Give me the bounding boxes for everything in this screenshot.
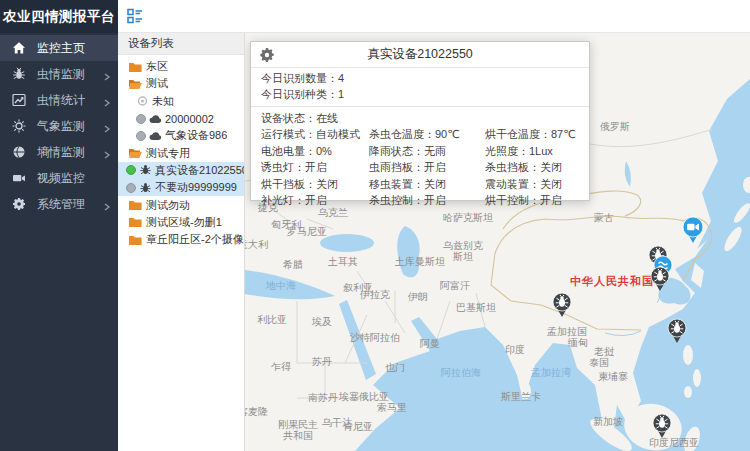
sidebar-item-label: 视频监控 bbox=[37, 170, 111, 187]
popup-field: 补光灯：开启 bbox=[261, 192, 369, 209]
sidebar-menu: 监控主页虫情监测虫情统计气象监测墒情监测视频监控系统管理 bbox=[0, 33, 118, 451]
tree-folder[interactable]: 章丘阳丘区-2个摄像头 bbox=[118, 231, 244, 248]
home-icon bbox=[12, 41, 27, 56]
sidebar-item-video[interactable]: 视频监控 bbox=[0, 165, 118, 191]
sidebar-item-label: 系统管理 bbox=[37, 196, 103, 213]
sidebar-item-home[interactable]: 监控主页 bbox=[0, 35, 118, 61]
tree-device[interactable]: 真实设备21022550 bbox=[118, 162, 244, 179]
popup-field: 烘干仓温度：87℃ bbox=[485, 126, 579, 143]
tree-folder[interactable]: 东区 bbox=[118, 58, 244, 75]
tree-label: 章丘阳丘区-2个摄像头 bbox=[146, 232, 244, 247]
popup-summary-line: 今日识别种类：1 bbox=[261, 87, 579, 103]
tree-label: 不要动99999999 bbox=[155, 180, 237, 195]
sidebar-item-label: 墒情监测 bbox=[37, 144, 103, 161]
tree-label: 测试区域-勿删1 bbox=[146, 215, 222, 230]
tree-folder[interactable]: 测试区域-勿删1 bbox=[118, 214, 244, 231]
tree-device[interactable]: 未知 bbox=[118, 93, 244, 110]
weather-device-icon bbox=[149, 130, 162, 142]
sidebar-item-insect-stats[interactable]: 虫情统计 bbox=[0, 87, 118, 113]
map-marker-insect[interactable] bbox=[549, 287, 575, 321]
folder-icon bbox=[128, 234, 142, 246]
popup-summary-line: 今日识别数量：4 bbox=[261, 71, 579, 87]
popup-field: 移虫装置：关闭 bbox=[369, 176, 485, 193]
tree-folder[interactable]: 测试 bbox=[118, 75, 244, 92]
popup-field: 杀虫控制：开启 bbox=[369, 192, 485, 209]
insect-icon bbox=[12, 67, 27, 82]
sidebar-item-label: 气象监测 bbox=[37, 118, 103, 135]
tree-folder[interactable]: 测试专用 bbox=[118, 144, 244, 161]
device-panel: 设备列表 东区测试未知20000002气象设备986测试专用真实设备210225… bbox=[118, 33, 245, 451]
map-marker-insect[interactable] bbox=[647, 261, 673, 295]
tree-label: 测试专用 bbox=[146, 146, 190, 161]
popup-summary: 今日识别数量：4 今日识别种类：1 bbox=[251, 68, 589, 107]
popup-field: 虫雨挡板：开启 bbox=[369, 159, 485, 176]
tree-device[interactable]: 气象设备986 bbox=[118, 127, 244, 144]
tree-device[interactable]: 不要动99999999 bbox=[118, 179, 244, 196]
sidebar-item-label: 监控主页 bbox=[37, 40, 111, 57]
tree-label: 测试勿动 bbox=[146, 198, 190, 213]
map-marker-camera[interactable] bbox=[680, 212, 706, 246]
insect-device-icon bbox=[139, 164, 152, 176]
gears-icon[interactable] bbox=[259, 47, 277, 63]
tree-label: 真实设备21022550 bbox=[155, 163, 244, 178]
video-icon bbox=[12, 171, 27, 186]
chevron-right-icon bbox=[103, 148, 111, 156]
popup-field: 杀虫挡板：关闭 bbox=[485, 159, 579, 176]
device-tree: 东区测试未知20000002气象设备986测试专用真实设备21022550不要动… bbox=[118, 55, 244, 248]
sidebar-item-label: 虫情监测 bbox=[37, 66, 103, 83]
weather-icon bbox=[12, 119, 27, 134]
folder-open-icon bbox=[128, 147, 142, 159]
tree-folder[interactable]: 测试勿动 bbox=[118, 196, 244, 213]
sidebar-item-weather[interactable]: 气象监测 bbox=[0, 113, 118, 139]
tree-label: 20000002 bbox=[165, 113, 214, 125]
tree-label: 测试 bbox=[146, 76, 168, 91]
map-marker-insect[interactable] bbox=[649, 408, 675, 442]
insect-device-icon bbox=[139, 182, 152, 194]
popup-field: 震动装置：关闭 bbox=[485, 176, 579, 193]
tree-device[interactable]: 20000002 bbox=[118, 110, 244, 127]
status-dot-offline bbox=[126, 183, 136, 193]
device-info-popup: 真实设备21022550 今日识别数量：4 今日识别种类：1 设备状态：在线 运… bbox=[250, 41, 590, 201]
status-dot-online bbox=[126, 165, 136, 175]
chart-icon bbox=[12, 93, 27, 108]
folder-icon bbox=[128, 61, 142, 73]
popup-title: 真实设备21022550 bbox=[277, 46, 563, 63]
chevron-right-icon bbox=[103, 122, 111, 130]
popup-field: 光照度：1Lux bbox=[485, 143, 579, 160]
popup-status-line: 设备状态：在线 bbox=[251, 107, 589, 126]
popup-field: 烘干挡板：关闭 bbox=[261, 176, 369, 193]
chevron-right-icon bbox=[103, 70, 111, 78]
folder-open-icon bbox=[128, 78, 142, 90]
sidebar-item-label: 虫情统计 bbox=[37, 92, 103, 109]
chevron-right-icon bbox=[103, 200, 111, 208]
popup-field: 运行模式：自动模式 bbox=[261, 126, 369, 143]
app-title: 农业四情测报平台 bbox=[0, 0, 118, 33]
popup-field: 诱虫灯：开启 bbox=[261, 159, 369, 176]
popup-field: 电池电量：0% bbox=[261, 143, 369, 160]
popup-detail-grid: 运行模式：自动模式杀虫仓温度：90℃烘干仓温度：87℃电池电量：0%降雨状态：无… bbox=[251, 126, 589, 209]
globe-icon bbox=[12, 145, 27, 160]
sidebar-item-system[interactable]: 系统管理 bbox=[0, 191, 118, 217]
unknown-device-icon bbox=[136, 95, 149, 107]
folder-icon bbox=[128, 216, 142, 228]
tree-view-toggle-icon[interactable] bbox=[127, 8, 143, 24]
tree-label: 未知 bbox=[152, 94, 174, 109]
sidebar-item-soil[interactable]: 墒情监测 bbox=[0, 139, 118, 165]
app-window: 农业四情测报平台 监控主页虫情监测虫情统计气象监测墒情监测视频监控系统管理 设备… bbox=[0, 0, 750, 451]
sidebar-item-insect-monitor[interactable]: 虫情监测 bbox=[0, 61, 118, 87]
popup-header: 真实设备21022550 bbox=[251, 42, 589, 68]
popup-field: 降雨状态：无雨 bbox=[369, 143, 485, 160]
folder-icon bbox=[128, 199, 142, 211]
weather-device-icon bbox=[149, 113, 162, 125]
popup-field: 烘干控制：开启 bbox=[485, 192, 579, 209]
popup-field: 杀虫仓温度：90℃ bbox=[369, 126, 485, 143]
map-canvas[interactable]: 俄罗斯蒙古哈萨克斯坦乌克兰捷克匈牙利罗马尼亚意大利希腊土耳其土库曼斯坦乌兹别克斯… bbox=[245, 33, 750, 451]
tree-label: 气象设备986 bbox=[165, 128, 227, 143]
chevron-right-icon bbox=[103, 96, 111, 104]
status-dot-offline bbox=[136, 114, 146, 124]
topbar bbox=[118, 0, 750, 33]
status-dot-offline bbox=[136, 131, 146, 141]
map-marker-insect[interactable] bbox=[664, 313, 690, 347]
gear-icon bbox=[12, 197, 27, 212]
device-panel-header: 设备列表 bbox=[118, 33, 244, 55]
